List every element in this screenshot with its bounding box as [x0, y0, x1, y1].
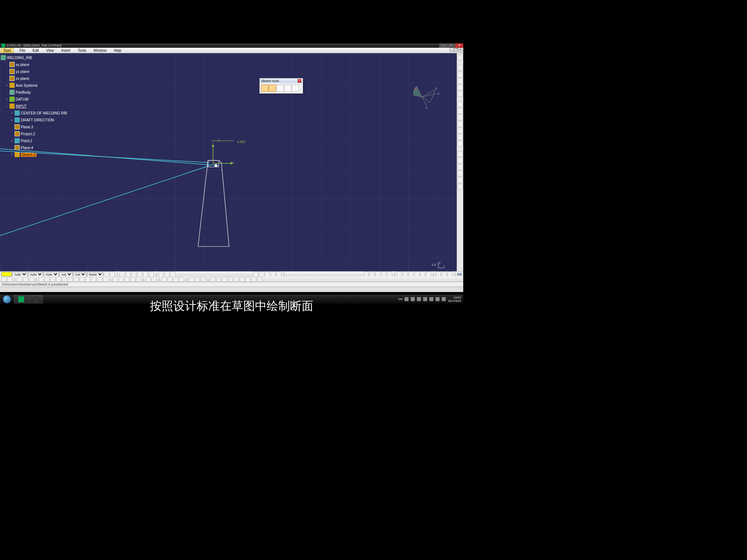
tb1-btn-r12[interactable]	[436, 272, 441, 277]
tb2-btn-11[interactable]	[68, 277, 73, 282]
tb1-btn-9[interactable]	[159, 272, 164, 277]
tb1-btn-r10[interactable]	[420, 272, 425, 277]
tree-item[interactable]: +Point.2	[1, 137, 80, 144]
tb1-btn-r7[interactable]	[403, 272, 408, 277]
ellipse-tool[interactable]	[457, 128, 463, 133]
tb1-btn-r9[interactable]	[414, 272, 419, 277]
tree-item[interactable]: Plane.3	[1, 124, 80, 130]
doc-minimize[interactable]: —	[450, 48, 454, 52]
tb1-btn-5[interactable]	[131, 272, 136, 277]
doc-close[interactable]: ✕	[458, 48, 462, 52]
sel-auto-4[interactable]: Aut	[59, 272, 73, 277]
tb2-btn-34[interactable]	[222, 277, 227, 282]
tb1-btn-3[interactable]	[120, 272, 125, 277]
tree-item-label[interactable]: INPUT	[16, 104, 27, 108]
tb1-btn-8[interactable]	[149, 272, 154, 277]
expander-icon[interactable]: +	[6, 98, 9, 101]
menu-file[interactable]: File	[16, 48, 29, 53]
point-tool[interactable]	[457, 101, 463, 107]
tb1-btn-16[interactable]	[276, 272, 282, 277]
tb2-btn-3[interactable]	[17, 277, 22, 282]
project-tool[interactable]	[457, 184, 463, 190]
tb2-btn-24[interactable]	[152, 277, 157, 282]
tree-item[interactable]: +Sketch.6	[1, 151, 80, 158]
tb2-btn-37[interactable]	[240, 277, 245, 282]
snap-button[interactable]	[269, 85, 276, 92]
tb1-btn-11[interactable]	[170, 272, 175, 277]
tree-item[interactable]: PartBody	[1, 89, 80, 96]
tb2-btn-12[interactable]	[74, 277, 79, 282]
tree-item[interactable]: +CENTER OF WELDING RIB	[1, 110, 80, 116]
tree-item-label[interactable]: Plane.4	[21, 146, 33, 150]
tb2-btn-7[interactable]	[44, 277, 50, 282]
tb1-btn-r14[interactable]	[448, 272, 453, 277]
tb2-btn-31[interactable]	[201, 277, 206, 282]
tb2-btn-18[interactable]	[113, 277, 118, 282]
tree-item-label[interactable]: Project.2	[21, 132, 35, 136]
grid-button[interactable]	[261, 85, 268, 92]
chamfer-tool[interactable]	[457, 158, 463, 163]
sketch-tools-close[interactable]: ✕	[298, 79, 301, 83]
tb1-btn-r2[interactable]	[369, 272, 375, 277]
tb2-btn-22[interactable]	[136, 277, 141, 282]
expander-icon[interactable]: +	[6, 84, 9, 87]
tb2-btn-32[interactable]	[210, 277, 216, 282]
hexagon-tool[interactable]	[457, 141, 463, 147]
expander-icon[interactable]: +	[11, 118, 14, 122]
tree-item[interactable]: +Axis Systems	[1, 82, 80, 89]
menu-help[interactable]: Help	[110, 48, 125, 53]
output-tool[interactable]	[457, 91, 463, 97]
tb2-btn-40[interactable]	[257, 277, 262, 282]
tree-item-label[interactable]: yz plane	[16, 70, 29, 74]
compass[interactable]: x z y	[409, 82, 442, 112]
spec-tree[interactable]: WELDING_RIB xy planeyz planezx plane+Axi…	[0, 53, 80, 159]
tb1-btn-4[interactable]	[125, 272, 131, 277]
line-tool[interactable]	[457, 85, 463, 90]
break-tool[interactable]	[457, 171, 463, 176]
tb1-btn-6[interactable]	[137, 272, 142, 277]
tb1-btn-2[interactable]	[110, 272, 115, 277]
spline-tool[interactable]	[457, 121, 463, 127]
tb1-btn-r11[interactable]	[426, 272, 431, 277]
tb2-btn-39[interactable]	[251, 277, 256, 282]
tb2-btn-38[interactable]	[245, 277, 251, 282]
tree-item[interactable]: Project.2	[1, 131, 80, 137]
expander-icon[interactable]: +	[11, 153, 14, 156]
expander-icon[interactable]: −	[6, 105, 9, 108]
tb2-btn-25[interactable]	[162, 277, 167, 282]
sketch-tools-toolbar[interactable]: Sketch tools ✕	[259, 78, 303, 94]
tb2-btn-29[interactable]	[189, 277, 194, 282]
tb2-btn-19[interactable]	[119, 277, 124, 282]
menu-insert[interactable]: Insert	[58, 48, 74, 53]
tb2-btn-15[interactable]	[91, 277, 96, 282]
tb2-btn-10[interactable]	[62, 277, 67, 282]
tree-item-label[interactable]: xy plane	[16, 63, 29, 67]
tb2-btn-21[interactable]	[130, 277, 135, 282]
tb2-btn-6[interactable]	[39, 277, 44, 282]
tb2-btn-17[interactable]	[103, 277, 108, 282]
menu-edit[interactable]: Edit	[29, 48, 42, 53]
tree-item[interactable]: zx plane	[1, 75, 80, 82]
close-button[interactable]: ✕	[455, 43, 463, 48]
expander-icon[interactable]: +	[11, 112, 14, 115]
tb2-fx[interactable]	[1, 277, 7, 282]
tb1-btn-r6[interactable]	[397, 272, 402, 277]
tb2-btn-8[interactable]	[50, 277, 55, 282]
sel-auto-3[interactable]: Auto	[44, 272, 59, 277]
axis-tool[interactable]	[457, 134, 463, 140]
tree-item-label[interactable]: CENTER OF WELDING RIB	[21, 111, 67, 115]
select-tool[interactable]	[457, 55, 463, 61]
tb2-btn-16[interactable]	[97, 277, 102, 282]
tree-item-label[interactable]: Point.2	[21, 139, 32, 143]
tb1-btn-12[interactable]	[253, 272, 258, 277]
tb2-btn-35[interactable]	[228, 277, 233, 282]
tb2-btn-23[interactable]	[146, 277, 151, 282]
tb2-btn-26[interactable]	[167, 277, 173, 282]
tb1-btn-13[interactable]	[259, 272, 264, 277]
tree-item[interactable]: Plane.4	[1, 144, 80, 151]
tb2-btn-9[interactable]	[56, 277, 61, 282]
bottom-scroll[interactable]	[0, 287, 463, 292]
tree-item[interactable]: +DATUM	[1, 96, 80, 102]
geom-constraint-button[interactable]	[284, 85, 291, 92]
tb1-btn-r13[interactable]	[442, 272, 447, 277]
